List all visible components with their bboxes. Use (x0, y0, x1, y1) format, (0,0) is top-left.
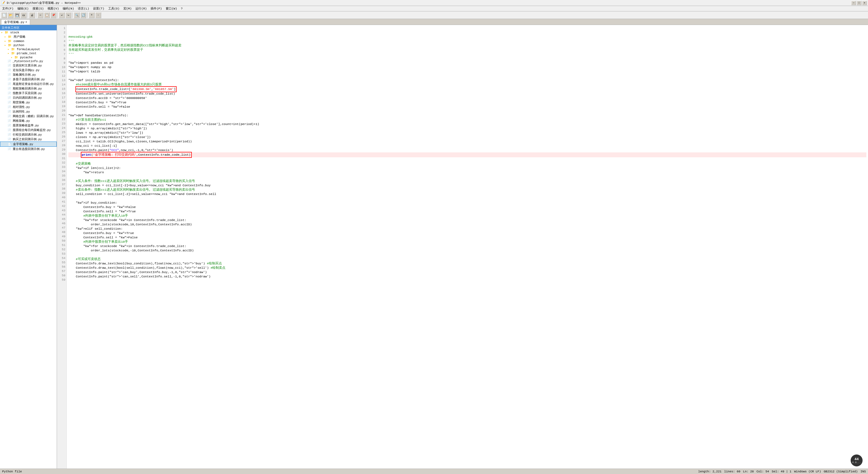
code-line-34: #买入条件: 指数cci进入超卖区间时触发买入信号, 过滤连续超卖导致的买入信号 (68, 179, 866, 183)
tree-item-python[interactable]: ▸ 📁 python (0, 43, 57, 47)
paste-button[interactable]: 📌 (51, 12, 56, 18)
separator-4 (72, 12, 73, 18)
undo-button[interactable]: ↩ (59, 12, 65, 18)
menu-item-[interactable]: ? (179, 7, 184, 10)
code-line-44: order_lots(stockcode,10,ContextInfo,Cont… (68, 222, 866, 227)
tree-item--pycontextinfo-py[interactable]: 📄 _PyContextinfo.py (0, 59, 57, 63)
code-line-37: sell_condition = cci_list[-2]>sell_value… (68, 192, 866, 196)
file-tree-sidebar: 文件夹工作区 ▸ 📁 stock▸ 📁 用户策略▸ 📁 common▸ 📁 py… (0, 25, 57, 469)
menu-item-w[interactable]: 窗口(W) (164, 6, 179, 11)
minimize-button[interactable]: ─ (851, 1, 856, 5)
code-line-51 (68, 253, 866, 257)
maximize-button[interactable]: □ (857, 1, 862, 5)
tree-item-------py-py[interactable]: 📄 近似实盘示例py.py (0, 68, 57, 72)
tree-item------py[interactable]: 📄 比例同性.py (0, 109, 57, 114)
tree-item------py[interactable]: 📄 相对强性.py (0, 105, 57, 109)
tree-item-stock[interactable]: ▸ 📁 stock (0, 30, 57, 34)
copy-button[interactable]: 📋 (44, 12, 50, 18)
editor-area: 1234567891011121314151617181920212223242… (57, 25, 868, 469)
tree-item----------py[interactable]: 📄 交易实时主票示例.py (0, 63, 57, 68)
tree-item-formulalayout[interactable]: ▸ 📁 formulaLayout (0, 47, 57, 51)
separator-5 (87, 12, 88, 18)
zoom-in-button[interactable]: + (89, 12, 95, 18)
cut-button[interactable]: ✂ (37, 12, 43, 18)
error-indicator[interactable]: 44 0.8... (850, 454, 863, 466)
menu-item-e[interactable]: 编辑(E) (16, 6, 30, 11)
code-line-2: ''' (68, 39, 866, 43)
app-icon: 📝 (1, 1, 5, 5)
menu-item-m[interactable]: 宏(M) (122, 6, 133, 11)
code-line-1: #encoding:gbk (68, 35, 866, 39)
tree-item----------py[interactable]: 📄 指数算子买卖回测.py (0, 91, 57, 95)
tab-main-file[interactable]: 金字塔策略.py ✕ (1, 19, 30, 25)
tree-item-common[interactable]: ▸ 📁 common (0, 39, 57, 43)
tree-item----------py[interactable]: 📄 行程交易回调示例.py (0, 132, 57, 137)
code-line-26: now_cci = cci_list[-1] (68, 144, 866, 148)
tree-item----------py[interactable]: 📄 购买之前回测示例.py (0, 137, 57, 141)
find-button[interactable]: 🔍 (74, 12, 80, 18)
code-line-58 (68, 283, 866, 287)
tab-close-icon[interactable]: ✕ (26, 20, 27, 24)
ln-label: Ln: 28 (743, 470, 754, 473)
tree-item------py[interactable]: 📄 期货策略.py (0, 100, 57, 105)
tree-item-----------py[interactable]: 📄 多股子选股回调示例.py (0, 77, 57, 82)
tree-item-------py[interactable]: 📄 金字塔策略.py (0, 141, 57, 147)
zoom-out-button[interactable]: - (95, 12, 101, 18)
menu-item-t[interactable]: 设置(T) (91, 6, 106, 11)
tree-item-----------py[interactable]: 📄 重台有选股回测示例.py (0, 147, 57, 151)
menu-item-s[interactable]: 搜索(S) (31, 6, 45, 11)
close-button[interactable]: ✕ (862, 1, 867, 5)
code-line-25: cci_list = talib.CCI(highs,lows,closes,t… (68, 139, 866, 144)
tree-item----------py[interactable]: 📄 期权策略回调示例.py (0, 86, 57, 91)
code-line-4: 当有超买和超卖发生时，交易事先设定好的股票篮子 (68, 48, 866, 52)
menu-item-o[interactable]: 工具(O) (106, 6, 121, 11)
replace-button[interactable]: 🔄 (80, 12, 86, 18)
tree-item---------py[interactable]: 📄 股票策略收益率.py (0, 123, 57, 128)
menu-item-n[interactable]: 编码(N) (61, 6, 76, 11)
menu-item-v[interactable]: 视图(V) (46, 6, 61, 11)
length-label: length: 2,221 (698, 470, 721, 473)
tree-item-------------py[interactable]: 📄 股票组合每日内策略监控.py (0, 128, 57, 132)
code-line-42: #列表中股票分别下单买入10手 (68, 214, 866, 218)
tree-item------py[interactable]: 📄 网格策略.py (0, 119, 57, 123)
line-ending-label: Windows (CR LF) (794, 470, 821, 473)
new-button[interactable]: 📄 (1, 12, 7, 18)
code-line-53: ContextInfo.draw_text(bool(buy_condition… (68, 261, 866, 266)
code-line-45: "kw">elif sell_condition: (68, 227, 866, 231)
separator-1 (28, 12, 28, 18)
code-line-14: ContextInfo.set_universe(ContextInfo.tra… (68, 92, 866, 96)
tree-item--------------py[interactable]: 📄 尾盘附近资金自动运行示例.py (0, 82, 57, 86)
code-line-22: highs = np.array(mkdict["str">'high']) (68, 126, 866, 131)
toolbar: 📄 📂 💾 🗂 🖨 ✂ 📋 📌 ↩ ↪ 🔍 🔄 + - (0, 11, 868, 19)
code-line-38 (68, 196, 866, 201)
title-bar-controls[interactable]: ─ □ ✕ (851, 1, 867, 5)
tree-item-ptrade-test[interactable]: ▸ 📁 ptrade_test (0, 51, 57, 55)
menu-item-r[interactable]: 运行(R) (134, 6, 148, 11)
code-line-13: ContextInfo.trade_code_list=['601398.SH'… (68, 87, 866, 92)
menu-item-f[interactable]: 文件(F) (1, 6, 15, 11)
code-line-8: "kw">import numpy as np (68, 65, 866, 69)
menu-item-l[interactable]: 语言(L) (76, 6, 91, 11)
sel-label: Sel: 49 | 1 (772, 470, 792, 473)
redo-button[interactable]: ↪ (65, 12, 71, 18)
save-all-button[interactable]: 🗂 (21, 12, 27, 18)
tree-item--------------py[interactable]: 📄 网格交易（糖糕）回调示例.py (0, 114, 57, 119)
error-count: 44 (855, 457, 859, 461)
code-line-9: "kw">import talib (68, 69, 866, 74)
code-line-46: ContextInfo.buy = "kw">True (68, 231, 866, 235)
status-right: length: 2,221 lines: 60 Ln: 28 Col: 54 S… (698, 470, 866, 473)
title-bar-left: 📝 D:\gszzqqm\python\金字塔策略.py - Notepad++ (1, 1, 81, 5)
menu-item-p[interactable]: 插件(P) (149, 6, 163, 11)
code-line-43: "kw">for stockcode "kw">in ContextInfo.t… (68, 218, 866, 222)
save-button[interactable]: 💾 (14, 12, 20, 18)
code-content[interactable]: #encoding:gbk'''本策略事先设定好交易的股票篮子，然后根据指数的C… (67, 25, 868, 469)
tree-item-----[interactable]: ▸ 📁 用户策略 (0, 34, 57, 39)
code-line-16: ContextInfo.buy = "kw">True (68, 100, 866, 105)
code-container[interactable]: 1234567891011121314151617181920212223242… (57, 25, 868, 469)
open-button[interactable]: 📂 (8, 12, 13, 18)
print-button[interactable]: 🖨 (29, 12, 35, 18)
title-bar: 📝 D:\gszzqqm\python\金字塔策略.py - Notepad++… (0, 0, 868, 6)
tree-item-pycache[interactable]: ▸ 📁 pycache (0, 55, 57, 59)
tree-item--------py[interactable]: 📄 策略属性示例.py (0, 72, 57, 77)
tree-item----------py[interactable]: 📄 日内回调回调示例.py (0, 95, 57, 100)
